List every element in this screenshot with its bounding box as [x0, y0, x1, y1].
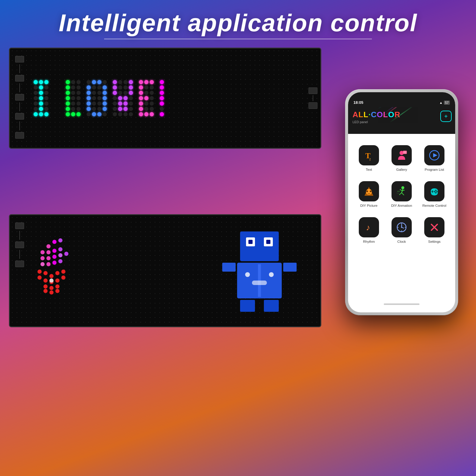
svg-point-68 — [435, 192, 437, 194]
svg-point-44 — [245, 272, 250, 277]
svg-point-26 — [55, 284, 60, 289]
circuit-line — [19, 102, 20, 111]
clock-app-label: Clock — [397, 240, 406, 243]
clock-app-icon[interactable] — [392, 217, 412, 237]
program-icon-svg — [428, 149, 440, 161]
svg-rect-37 — [266, 240, 270, 244]
svg-point-5 — [52, 249, 57, 253]
svg-point-13 — [46, 262, 51, 266]
circuit-line — [19, 64, 20, 73]
add-button[interactable]: + — [440, 111, 452, 122]
svg-rect-42 — [222, 263, 236, 272]
remote-app-icon[interactable] — [424, 181, 444, 201]
svg-text:♪: ♪ — [366, 223, 370, 232]
svg-point-45 — [269, 272, 274, 277]
text-app-icon[interactable]: T t — [359, 145, 379, 165]
svg-point-24 — [43, 278, 48, 283]
diy-anim-icon-svg — [396, 185, 408, 197]
svg-point-31 — [43, 289, 48, 293]
circuit-left-bottom — [13, 218, 26, 323]
app-item-program[interactable]: Program List — [418, 140, 451, 176]
svg-rect-46 — [252, 281, 267, 285]
app-item-text[interactable]: T t Text — [353, 140, 385, 176]
app-header: ALL·COLOR LED panel + — [348, 107, 455, 134]
status-icons: ▲ 57 — [439, 101, 450, 105]
led-char-O — [87, 80, 107, 116]
rhythm-app-icon[interactable]: ♪ — [359, 217, 379, 237]
led-char-exclaim — [160, 80, 164, 116]
circuit-block — [309, 87, 317, 94]
svg-rect-50 — [403, 151, 407, 154]
svg-point-16 — [49, 274, 54, 278]
svg-point-2 — [52, 240, 57, 244]
diy-animation-app-icon[interactable] — [392, 181, 412, 201]
svg-point-12 — [40, 262, 45, 266]
led-char-I — [34, 80, 48, 116]
svg-point-15 — [58, 259, 62, 263]
svg-point-8 — [46, 256, 51, 260]
led-char-L — [66, 80, 81, 116]
phone-home-bar — [384, 303, 419, 305]
remote-app-label: Remote Control — [422, 204, 447, 207]
svg-point-32 — [49, 278, 54, 283]
diy-picture-app-label: DIY Picture — [360, 204, 378, 207]
diy-picture-app-icon[interactable] — [359, 181, 379, 201]
svg-line-58 — [399, 193, 402, 195]
app-item-clock[interactable]: Clock — [385, 212, 418, 248]
battery-indicator: 57 — [444, 101, 450, 105]
wifi-icon: ▲ — [439, 101, 443, 104]
panel2-content-left — [34, 228, 123, 313]
panel2-content-right — [222, 228, 297, 313]
text-app-label: Text — [366, 168, 372, 171]
app-item-diy-animation[interactable]: DIY Anmation — [385, 176, 418, 212]
circuit-block — [15, 113, 24, 120]
program-app-icon[interactable] — [424, 145, 444, 165]
svg-point-23 — [61, 275, 65, 280]
rhythm-app-label: Rhythm — [363, 240, 375, 243]
panel2-art-svg — [34, 228, 123, 312]
led-panel-bottom — [9, 214, 321, 327]
svg-point-25 — [37, 275, 42, 280]
svg-line-59 — [402, 193, 404, 195]
svg-point-22 — [55, 278, 60, 283]
circuit-line — [19, 231, 20, 240]
settings-app-icon[interactable] — [424, 217, 444, 237]
svg-point-72 — [401, 223, 402, 224]
circuit-block — [15, 242, 24, 248]
svg-point-1 — [46, 244, 51, 248]
svg-point-56 — [401, 186, 404, 189]
svg-point-19 — [43, 271, 48, 275]
phone-screen: 18:05 ▲ 57 ALL·COLOR LED panel + — [348, 92, 455, 312]
app-item-settings[interactable]: Settings — [418, 212, 451, 248]
rhythm-icon-svg: ♪ — [363, 221, 375, 233]
led-panel-inner-bottom — [10, 215, 320, 326]
svg-point-14 — [52, 261, 57, 265]
led-char-V — [113, 80, 133, 116]
svg-point-75 — [405, 227, 406, 228]
gallery-app-icon[interactable] — [392, 145, 412, 165]
app-item-rhythm[interactable]: ♪ Rhythm — [353, 212, 385, 248]
svg-point-18 — [61, 270, 65, 274]
remote-icon-svg — [428, 185, 440, 197]
svg-rect-65 — [431, 191, 433, 192]
app-item-diy-picture[interactable]: DIY Picture — [353, 176, 385, 212]
program-app-label: Program List — [425, 168, 444, 171]
circuit-block — [15, 261, 24, 267]
app-item-gallery[interactable]: Gallery — [385, 140, 418, 176]
clock-icon-svg — [396, 221, 408, 233]
svg-point-7 — [40, 256, 45, 260]
app-item-remote[interactable]: Remote Control — [418, 176, 451, 212]
title-underline — [104, 39, 372, 39]
svg-point-55 — [370, 190, 372, 192]
svg-rect-36 — [248, 240, 253, 244]
svg-point-0 — [40, 250, 45, 254]
svg-marker-52 — [433, 153, 437, 157]
circuit-block — [15, 56, 24, 62]
svg-point-6 — [58, 247, 62, 251]
svg-rect-43 — [283, 263, 297, 272]
svg-point-29 — [49, 290, 54, 295]
circuit-left-top — [13, 51, 26, 145]
page-title: Intelligent application control — [0, 9, 476, 37]
led-char-E — [139, 80, 154, 116]
svg-point-74 — [398, 227, 399, 228]
